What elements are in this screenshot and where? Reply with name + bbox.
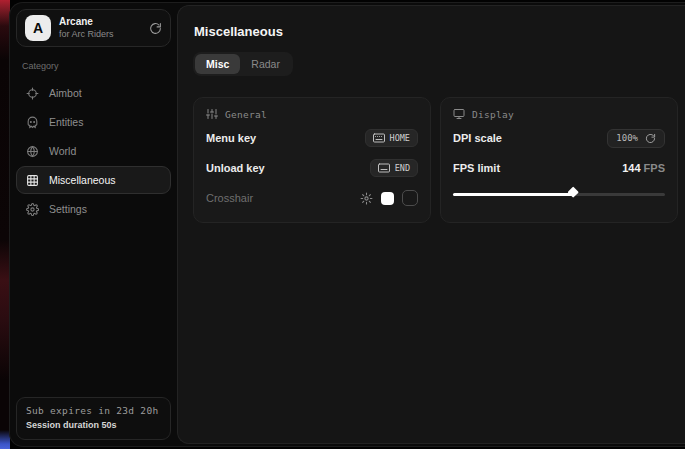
crosshair-controls bbox=[360, 190, 418, 206]
menu-key-bind-button[interactable]: HOME bbox=[365, 129, 418, 147]
entities-icon bbox=[26, 116, 39, 129]
crosshair-label: Crosshair bbox=[206, 192, 253, 204]
reset-icon[interactable] bbox=[645, 133, 656, 144]
sidebar-item-label: World bbox=[49, 145, 76, 157]
crosshair-color-swatch[interactable] bbox=[381, 192, 394, 205]
display-card-header: Display bbox=[453, 108, 665, 120]
sidebar-item-miscellaneous[interactable]: Miscellaneous bbox=[16, 166, 171, 194]
gear-icon bbox=[26, 203, 39, 216]
menu-key-row: Menu key HOME bbox=[206, 126, 418, 150]
menu-key-label: Menu key bbox=[206, 132, 256, 144]
fps-limit-slider[interactable] bbox=[453, 190, 665, 199]
sidebar-item-aimbot[interactable]: Aimbot bbox=[16, 79, 171, 107]
fps-unit: FPS bbox=[644, 162, 665, 174]
session-duration-text: Session duration 50s bbox=[26, 419, 161, 433]
refresh-icon[interactable] bbox=[149, 22, 162, 35]
unload-key-label: Unload key bbox=[206, 162, 265, 174]
app-titles: Arcane for Arc Riders bbox=[59, 16, 141, 40]
tab-radar[interactable]: Radar bbox=[240, 54, 291, 74]
unload-key-row: Unload key END bbox=[206, 156, 418, 180]
fps-slider-fill bbox=[453, 193, 572, 196]
dpi-scale-row: DPI scale 100% bbox=[453, 126, 665, 150]
fps-limit-value: 144 FPS bbox=[622, 162, 665, 174]
tab-misc[interactable]: Misc bbox=[195, 54, 240, 74]
sidebar-item-label: Settings bbox=[49, 203, 87, 215]
display-card-title: Display bbox=[472, 109, 514, 120]
dpi-scale-value: 100% bbox=[616, 133, 638, 143]
crosshair-icon bbox=[26, 87, 39, 100]
app-logo: A bbox=[25, 15, 51, 41]
category-label: Category bbox=[22, 61, 165, 71]
sidebar-item-world[interactable]: World bbox=[16, 137, 171, 165]
sidebar-item-entities[interactable]: Entities bbox=[16, 108, 171, 136]
sidebar-item-label: Miscellaneous bbox=[49, 174, 116, 186]
menu-key-value: HOME bbox=[390, 133, 410, 143]
dpi-scale-control[interactable]: 100% bbox=[607, 129, 665, 148]
keyboard-icon bbox=[378, 163, 390, 173]
sidebar-nav: Aimbot Entities World bbox=[16, 79, 171, 223]
sub-expiry-text: Sub expires in 23d 20h bbox=[26, 404, 161, 418]
page-title: Miscellaneous bbox=[194, 24, 678, 39]
subscription-card: Sub expires in 23d 20h Session duration … bbox=[16, 397, 171, 440]
app-window: A Arcane for Arc Riders Category Aimbot bbox=[9, 2, 685, 447]
general-card: General Menu key HOME Unload key bbox=[193, 97, 431, 223]
keyboard-icon bbox=[373, 133, 385, 143]
main-panel: Miscellaneous Misc Radar General bbox=[177, 5, 685, 444]
unload-key-bind-button[interactable]: END bbox=[370, 159, 418, 177]
sliders-icon bbox=[206, 108, 218, 120]
app-header-card: A Arcane for Arc Riders bbox=[16, 9, 171, 47]
fps-limit-row: FPS limit 144 FPS bbox=[453, 156, 665, 180]
sidebar: A Arcane for Arc Riders Category Aimbot bbox=[10, 3, 177, 446]
dpi-scale-label: DPI scale bbox=[453, 132, 502, 144]
crosshair-row: Crosshair bbox=[206, 186, 418, 210]
tabbar: Misc Radar bbox=[193, 52, 293, 76]
sidebar-item-label: Aimbot bbox=[49, 87, 82, 99]
crosshair-settings-gear-icon[interactable] bbox=[360, 192, 373, 205]
sidebar-item-label: Entities bbox=[49, 116, 83, 128]
app-subtitle: for Arc Riders bbox=[59, 29, 141, 40]
general-card-title: General bbox=[225, 109, 267, 120]
cards-row: General Menu key HOME Unload key bbox=[193, 97, 678, 223]
sidebar-item-settings[interactable]: Settings bbox=[16, 195, 171, 223]
globe-icon bbox=[26, 145, 39, 158]
crosshair-checkbox[interactable] bbox=[402, 190, 418, 206]
unload-key-value: END bbox=[395, 163, 410, 173]
general-card-header: General bbox=[206, 108, 418, 120]
grid-icon bbox=[26, 174, 39, 187]
display-card: Display DPI scale 100% FPS limit bbox=[440, 97, 678, 223]
fps-limit-label: FPS limit bbox=[453, 162, 500, 174]
app-name: Arcane bbox=[59, 16, 141, 29]
monitor-icon bbox=[453, 108, 465, 120]
